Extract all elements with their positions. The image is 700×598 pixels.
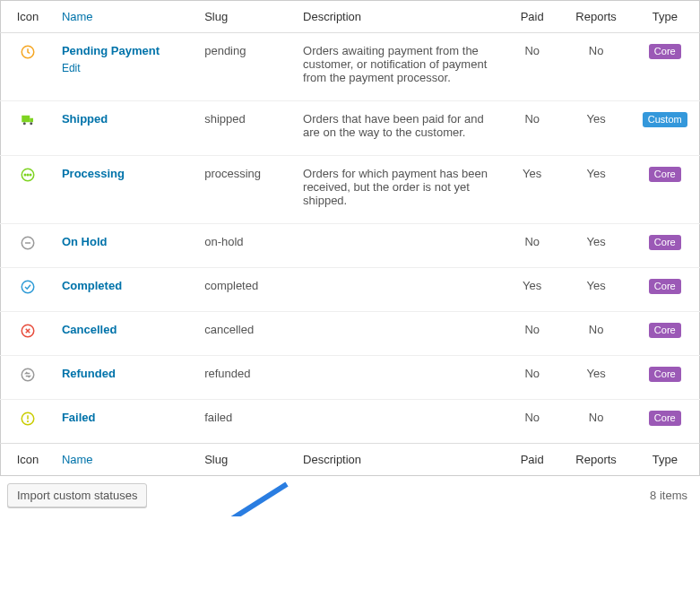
edit-link[interactable]: Edit (62, 62, 81, 74)
order-status-table: Icon Name Slug Description Paid Reports … (0, 0, 700, 476)
status-paid: No (503, 224, 562, 268)
dots-icon (1, 156, 55, 224)
col-footer-paid: Paid (503, 444, 562, 476)
status-slug: processing (197, 156, 296, 224)
status-reports: No (562, 400, 631, 444)
status-reports: Yes (562, 156, 631, 224)
status-reports: Yes (562, 101, 631, 156)
svg-point-4 (30, 122, 32, 125)
col-footer-slug: Slug (197, 444, 296, 476)
status-reports: Yes (562, 224, 631, 268)
table-row: Pending PaymentEditpendingOrders awaitin… (1, 33, 700, 101)
table-row: On Holdon-holdNoYesCore (1, 224, 700, 268)
status-slug: cancelled (197, 312, 296, 356)
status-paid: Yes (503, 156, 562, 224)
status-paid: No (503, 400, 562, 444)
clock-icon (1, 33, 55, 101)
table-header-row: Icon Name Slug Description Paid Reports … (1, 1, 700, 33)
status-name-link[interactable]: Cancelled (62, 323, 117, 336)
status-name-cell: Cancelled (55, 312, 197, 356)
col-header-name[interactable]: Name (55, 1, 197, 33)
svg-rect-1 (22, 116, 30, 123)
svg-point-8 (30, 174, 31, 176)
svg-point-6 (24, 174, 26, 176)
status-reports: Yes (562, 356, 631, 400)
col-header-reports: Reports (562, 1, 631, 33)
col-footer-type: Type (631, 444, 700, 476)
status-type-cell: Core (631, 268, 700, 312)
svg-point-3 (23, 122, 26, 125)
core-badge: Core (649, 279, 681, 294)
svg-rect-2 (30, 118, 33, 123)
status-slug: shipped (197, 101, 296, 156)
status-paid: Yes (503, 268, 562, 312)
status-name-link[interactable]: Completed (62, 279, 122, 292)
status-description (296, 356, 503, 400)
status-description: Orders that have been paid for and are o… (296, 101, 503, 156)
core-badge: Core (649, 411, 681, 426)
status-type-cell: Custom (631, 101, 700, 156)
status-name-cell: Failed (55, 400, 197, 444)
status-name-link[interactable]: Failed (62, 411, 96, 424)
col-header-slug: Slug (197, 1, 296, 33)
custom-badge: Custom (643, 112, 687, 127)
status-paid: No (503, 33, 562, 101)
status-slug: failed (197, 400, 296, 444)
refund-icon (1, 356, 55, 400)
truck-icon (1, 101, 55, 156)
svg-point-7 (27, 174, 29, 176)
x-icon (1, 312, 55, 356)
status-name-link[interactable]: Processing (62, 167, 125, 180)
status-name-cell: On Hold (55, 224, 197, 268)
core-badge: Core (649, 323, 681, 338)
status-paid: No (503, 356, 562, 400)
footer-bar: Import custom statuses 8 items (0, 476, 700, 516)
svg-point-16 (28, 421, 29, 422)
status-type-cell: Core (631, 224, 700, 268)
status-reports: No (562, 33, 631, 101)
items-count: 8 items (650, 489, 693, 502)
status-type-cell: Core (631, 156, 700, 224)
status-name-link[interactable]: Refunded (62, 367, 116, 380)
alert-icon (1, 400, 55, 444)
status-description (296, 268, 503, 312)
col-header-icon: Icon (1, 1, 55, 33)
status-name-link[interactable]: Shipped (62, 112, 108, 126)
status-type-cell: Core (631, 312, 700, 356)
core-badge: Core (649, 235, 681, 250)
table-footer-row: Icon Name Slug Description Paid Reports … (1, 444, 700, 476)
status-reports: Yes (562, 268, 631, 312)
col-footer-description: Description (296, 444, 503, 476)
status-name-cell: Refunded (55, 356, 197, 400)
check-icon (1, 268, 55, 312)
status-reports: No (562, 312, 631, 356)
status-name-cell: Pending PaymentEdit (55, 33, 197, 101)
col-header-type: Type (631, 1, 700, 33)
status-description: Orders for which payment has been receiv… (296, 156, 503, 224)
status-name-cell: Completed (55, 268, 197, 312)
status-type-cell: Core (631, 356, 700, 400)
status-name-link[interactable]: On Hold (62, 235, 108, 248)
core-badge: Core (649, 167, 681, 182)
status-slug: on-hold (197, 224, 296, 268)
col-header-description: Description (296, 1, 503, 33)
status-slug: pending (197, 33, 296, 101)
status-description (296, 312, 503, 356)
status-type-cell: Core (631, 400, 700, 444)
status-description (296, 400, 503, 444)
import-custom-statuses-button[interactable]: Import custom statuses (7, 483, 147, 507)
status-name-cell: Processing (55, 156, 197, 224)
status-type-cell: Core (631, 33, 700, 101)
status-paid: No (503, 312, 562, 356)
status-slug: refunded (197, 356, 296, 400)
col-footer-icon: Icon (1, 444, 55, 476)
table-row: ProcessingprocessingOrders for which pay… (1, 156, 700, 224)
col-header-paid: Paid (503, 1, 562, 33)
table-row: CancelledcancelledNoNoCore (1, 312, 700, 356)
table-row: ShippedshippedOrders that have been paid… (1, 101, 700, 156)
col-footer-name[interactable]: Name (55, 444, 197, 476)
svg-point-11 (22, 281, 34, 293)
status-slug: completed (197, 268, 296, 312)
table-row: RefundedrefundedNoYesCore (1, 356, 700, 400)
status-name-link[interactable]: Pending Payment (62, 44, 160, 57)
